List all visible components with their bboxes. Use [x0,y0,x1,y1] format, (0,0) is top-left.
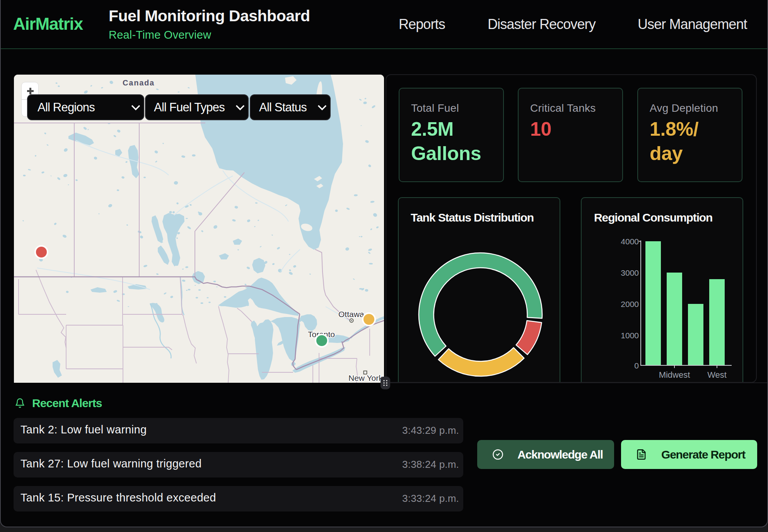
svg-text:4000: 4000 [621,237,639,246]
svg-text:2000: 2000 [621,300,639,309]
svg-text:1000: 1000 [621,331,639,340]
svg-text:West: West [707,370,727,380]
svg-text:0: 0 [634,361,639,370]
svg-text:Midwest: Midwest [659,370,690,380]
svg-text:New York: New York [348,373,383,382]
svg-text:Canada: Canada [123,78,155,87]
svg-text:3000: 3000 [621,268,639,277]
svg-text:Ottawa: Ottawa [338,310,364,319]
